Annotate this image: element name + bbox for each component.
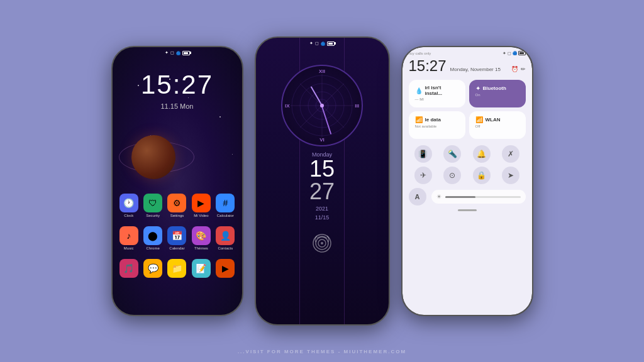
app-icon-calendar: 📅 xyxy=(167,226,186,245)
app-r3-4[interactable]: 📝 xyxy=(191,259,211,278)
signal-icon: 📶 xyxy=(415,116,423,123)
planet xyxy=(131,135,175,179)
app-icon-music: ♪ xyxy=(119,226,138,245)
lock-time: 15:27 xyxy=(113,70,242,100)
app-icon-r3-4: 📝 xyxy=(192,259,211,278)
cc-tile-mobiledata-header: 📶 le data xyxy=(415,116,459,123)
phone1-status-bar: ✦ ◻ 🔵 xyxy=(113,47,242,58)
slider-indicator xyxy=(402,209,532,211)
app-chrome[interactable]: ⬤ Chrome xyxy=(143,226,163,250)
app-icon-r3-5: ▶ xyxy=(216,259,235,278)
cc-bottom-row: A ☀ xyxy=(402,185,532,208)
brightness-fill xyxy=(445,196,475,198)
cc-tile-mobiledata-sub: Not available xyxy=(415,124,459,128)
app-r3-1[interactable]: 🎵 xyxy=(119,259,139,278)
p2-month-day: 11/15 xyxy=(256,214,389,221)
screen-button[interactable]: ✗ xyxy=(502,145,519,163)
phone2-status-bar: ✦ ◻ 🔵 xyxy=(256,38,389,49)
app-label-contacts: Contacts xyxy=(218,246,233,250)
cc-tile-bluetooth[interactable]: ✦ Bluetooth On xyxy=(469,80,526,107)
phone1-status-icons: ✦ ◻ 🔵 xyxy=(165,50,190,55)
cc-tile-mi-sub: — MI xyxy=(415,97,459,101)
cc-tile-mobiledata-title: le data xyxy=(425,117,441,123)
app-themes[interactable]: 🎨 Thèmes xyxy=(191,226,211,250)
p2-date-num: 15 xyxy=(256,158,389,180)
app-r3-5[interactable]: ▶ xyxy=(215,259,235,278)
roman-iii: III xyxy=(355,103,359,109)
cc-tile-mobiledata[interactable]: 📶 le data Not available xyxy=(409,111,465,139)
app-security[interactable]: 🛡 Security xyxy=(143,194,163,217)
app-grid-row1: 🕐 Clock 🛡 Security ⚙ Settings ▶ Mi Video… xyxy=(113,189,242,222)
app-grid-row3: 🎵 💬 📁 📝 ▶ xyxy=(113,254,242,283)
app-music[interactable]: ♪ Music xyxy=(119,226,139,250)
app-r3-2[interactable]: 💬 xyxy=(143,259,163,278)
cc-buttons-row1: 📳 🔦 🔔 ✗ xyxy=(402,143,532,165)
app-icon-security: 🛡 xyxy=(143,194,162,212)
roman-vi: VI xyxy=(319,137,325,143)
cc-tile-wlan-title: WLAN xyxy=(486,117,501,123)
phone3-status-bar: ncy calls only ✦ ◻ 🔵 xyxy=(402,47,532,56)
app-r3-3[interactable]: 📁 xyxy=(167,259,187,278)
app-icon-contacts: 👤 xyxy=(216,226,235,245)
app-label-security: Security xyxy=(146,214,160,217)
brightness-track xyxy=(445,196,521,198)
phone3-status-icons: ✦ ◻ 🔵 xyxy=(502,51,526,56)
emergency-text: ncy calls only xyxy=(409,52,431,55)
app-contacts[interactable]: 👤 Contacts xyxy=(215,226,235,250)
app-icon-r3-1: 🎵 xyxy=(119,259,138,278)
app-calendar[interactable]: 📅 Calendar xyxy=(167,226,187,250)
brightness-button[interactable]: ⊙ xyxy=(443,167,461,184)
app-icon-calculator: # xyxy=(216,194,235,212)
lock-date: 11.15 Mon xyxy=(113,102,242,110)
fingerprint-area[interactable] xyxy=(256,233,389,257)
bell-button[interactable]: 🔔 xyxy=(473,145,491,163)
brightness-sun-icon: ☀ xyxy=(436,194,441,200)
cc-tile-mi[interactable]: 💧 irl isn't instal... — MI xyxy=(409,80,465,107)
water-icon: 💧 xyxy=(415,87,423,94)
fingerprint-icon xyxy=(312,233,332,253)
phone3: ncy calls only ✦ ◻ 🔵 15:27 Monday, Novem… xyxy=(401,46,533,316)
cc-tile-bluetooth-header: ✦ Bluetooth xyxy=(475,85,519,92)
app-label-mivideo: Mi Video xyxy=(194,214,208,217)
app-settings[interactable]: ⚙ Settings xyxy=(167,194,187,217)
bluetooth-icon: ✦ xyxy=(475,85,480,92)
app-label-themes: Thèmes xyxy=(194,246,208,250)
app-icon-r3-2: 💬 xyxy=(143,259,162,278)
app-label-clock: Clock xyxy=(124,214,133,217)
phones-container: ✦ ◻ 🔵 15:27 11.15 Mon 🕐 Clock xyxy=(111,36,533,326)
phone2-status-icons: ✦ ◻ 🔵 xyxy=(309,41,335,46)
cc-tile-wlan-header: 📶 WLAN xyxy=(475,116,519,123)
a-button[interactable]: A xyxy=(409,188,426,206)
roman-xii: XII xyxy=(319,69,325,74)
cc-tile-mi-title: irl isn't instal... xyxy=(425,85,459,96)
app-label-settings: Settings xyxy=(170,214,184,217)
clock-outer: XII III VI IX xyxy=(281,65,363,146)
cc-tile-bluetooth-title: Bluetooth xyxy=(483,85,506,91)
p3-date-icons: ⏰ ✏ xyxy=(511,66,526,72)
phone2-date-section: Monday 15 27 2021 11/15 xyxy=(256,151,389,221)
cc-tile-wlan[interactable]: 📶 WLAN Off xyxy=(469,111,526,139)
app-icon-mivideo: ▶ xyxy=(192,194,211,212)
app-icon-r3-3: 📁 xyxy=(167,259,186,278)
cc-tile-bluetooth-sub: On xyxy=(475,93,519,97)
brightness-slider[interactable]: ☀ xyxy=(431,190,526,204)
roman-ix: IX xyxy=(285,103,290,109)
planet-area xyxy=(113,116,242,185)
location-button[interactable]: ➤ xyxy=(502,167,519,184)
vibrate-button[interactable]: 📳 xyxy=(414,145,432,163)
cc-tile-mi-header: 💧 irl isn't instal... xyxy=(415,85,459,96)
clock-center xyxy=(320,104,324,107)
cc-buttons-row2: ✈ ⊙ 🔒 ➤ xyxy=(402,165,532,185)
wifi-icon: 📶 xyxy=(475,116,483,123)
watermark: ...VISIT FOR MORE THEMES - MIUITHEMER.CO… xyxy=(0,349,644,354)
app-clock[interactable]: 🕐 Clock xyxy=(119,194,139,217)
app-mivideo[interactable]: ▶ Mi Video xyxy=(191,194,211,217)
flashlight-button[interactable]: 🔦 xyxy=(443,145,461,163)
app-calculator[interactable]: # Calculator xyxy=(215,194,235,217)
app-icon-themes: 🎨 xyxy=(192,226,211,245)
phone2: ✦ ◻ 🔵 xyxy=(255,36,390,326)
phone3-time-row: 15:27 Monday, November 15 ⏰ ✏ xyxy=(402,56,532,76)
airplane-button[interactable]: ✈ xyxy=(414,167,432,184)
cc-tile-wlan-sub: Off xyxy=(475,124,519,128)
lock-button[interactable]: 🔒 xyxy=(473,167,491,184)
